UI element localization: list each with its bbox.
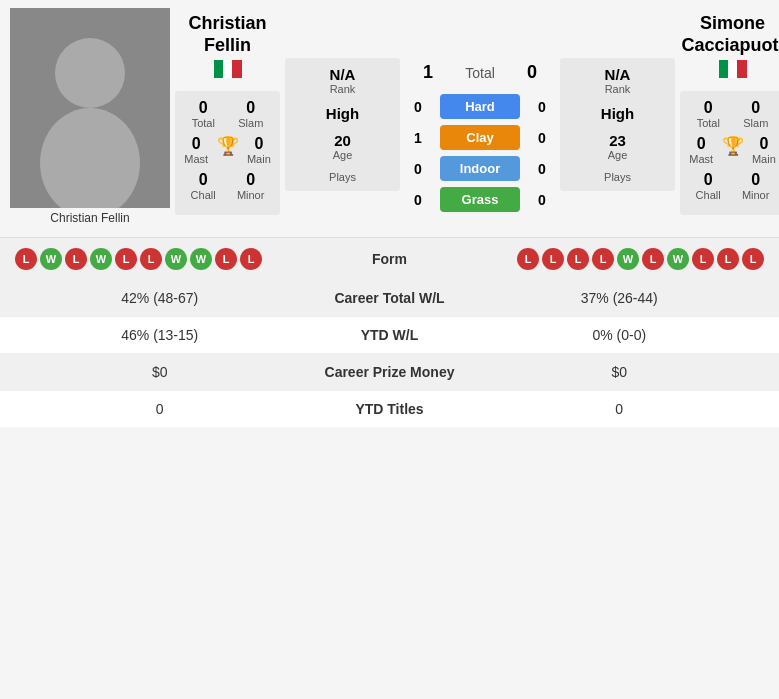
right-high-stat: High: [565, 105, 670, 122]
form-badge: L: [692, 248, 714, 270]
form-badge: L: [742, 248, 764, 270]
grass-score-left: 0: [404, 192, 432, 208]
ytd-wl-row: 46% (13-15) YTD W/L 0% (0-0): [0, 316, 779, 353]
form-badge: L: [65, 248, 87, 270]
indoor-score-right: 0: [528, 161, 556, 177]
form-badge: W: [667, 248, 689, 270]
left-chall: 0 Chall: [191, 171, 216, 201]
right-player-name-header: SimoneCacciapuoti: [680, 13, 779, 56]
career-wl-label: Career Total W/L: [305, 290, 475, 306]
form-badge: L: [517, 248, 539, 270]
right-stat-row-1: 0 Total 0 Slam: [685, 99, 779, 129]
form-badge: L: [642, 248, 664, 270]
grass-score-right: 0: [528, 192, 556, 208]
match-center: 1 Total 0 0 Hard 0 1 Clay 0 0 Indoor: [404, 8, 556, 215]
form-badge: W: [40, 248, 62, 270]
ytd-wl-label: YTD W/L: [305, 327, 475, 343]
right-plays-stat: Plays: [565, 171, 670, 183]
right-stats-box: 0 Total 0 Slam 0 Mast: [680, 91, 779, 215]
form-badge: W: [90, 248, 112, 270]
clay-score-left: 1: [404, 130, 432, 146]
hard-score-right: 0: [528, 99, 556, 115]
surface-row-hard: 0 Hard 0: [404, 94, 556, 119]
total-score-right: 0: [518, 62, 546, 83]
ytd-wl-right: 0% (0-0): [475, 327, 765, 343]
grass-button[interactable]: Grass: [440, 187, 520, 212]
left-high-stat: High: [290, 105, 395, 122]
right-minor: 0 Minor: [742, 171, 770, 201]
form-badge: L: [15, 248, 37, 270]
right-stat-row-3: 0 Chall 0 Minor: [685, 171, 779, 201]
left-player-name-header: ChristianFellin: [175, 13, 280, 56]
left-player-info: ChristianFellin 0 Total 0 Slam: [170, 8, 285, 220]
hard-button[interactable]: Hard: [440, 94, 520, 119]
form-section: LWLWLLWWLL Form LLLLWLWLLL: [0, 237, 779, 280]
svg-point-1: [55, 38, 125, 108]
indoor-button[interactable]: Indoor: [440, 156, 520, 181]
right-flag: [719, 60, 747, 78]
form-badge: L: [240, 248, 262, 270]
surface-row-grass: 0 Grass 0: [404, 187, 556, 212]
left-mast: 0 Mast: [184, 135, 208, 165]
left-rank-stat: N/A Rank: [290, 66, 395, 95]
career-wl-left: 42% (48-67): [15, 290, 305, 306]
total-row: 1 Total 0: [404, 62, 556, 83]
form-badge: L: [140, 248, 162, 270]
ytd-titles-right: 0: [475, 401, 765, 417]
prize-right: $0: [475, 364, 765, 380]
left-age-stat: 20 Age: [290, 132, 395, 161]
ytd-titles-left: 0: [15, 401, 305, 417]
left-player-card: Christian Fellin ChristianFellin 0 Total: [10, 8, 285, 225]
right-player-info: SimoneCacciapuoti 0 Total 0 Slam: [675, 8, 779, 220]
left-stat-row-2: 0 Mast 🏆 0 Main: [180, 135, 275, 165]
left-plays-stat: Plays: [290, 171, 395, 183]
form-badge: L: [567, 248, 589, 270]
left-flag-container: [175, 60, 280, 78]
left-total: 0 Total: [192, 99, 215, 129]
right-slam: 0 Slam: [743, 99, 768, 129]
right-form-badges: LLLLWLWLLL: [517, 248, 764, 270]
total-label: Total: [450, 65, 510, 81]
prize-left: $0: [15, 364, 305, 380]
left-slam: 0 Slam: [238, 99, 263, 129]
left-player-name-below: Christian Fellin: [50, 211, 129, 225]
left-player-photo: [10, 8, 170, 208]
career-wl-row: 42% (48-67) Career Total W/L 37% (26-44): [0, 280, 779, 316]
form-badge: L: [542, 248, 564, 270]
center-area: N/A Rank High 20 Age Plays 1: [285, 8, 675, 215]
left-photo-wrapper: Christian Fellin: [10, 8, 170, 225]
form-badge: L: [115, 248, 137, 270]
right-player-card: SimoneCacciapuoti 0 Total 0 Slam: [675, 8, 779, 225]
right-main: 0 Main: [752, 135, 776, 165]
form-badge: W: [165, 248, 187, 270]
prize-row: $0 Career Prize Money $0: [0, 353, 779, 390]
ytd-titles-row: 0 YTD Titles 0: [0, 390, 779, 427]
form-badge: L: [215, 248, 237, 270]
right-detail-stats: N/A Rank High 23 Age Plays: [560, 58, 675, 191]
stats-rows: 42% (48-67) Career Total W/L 37% (26-44)…: [0, 280, 779, 427]
right-trophy-icon: 🏆: [722, 135, 744, 165]
right-chall: 0 Chall: [696, 171, 721, 201]
right-stat-row-2: 0 Mast 🏆 0 Main: [685, 135, 779, 165]
ytd-wl-left: 46% (13-15): [15, 327, 305, 343]
left-stat-row-1: 0 Total 0 Slam: [180, 99, 275, 129]
surface-row-indoor: 0 Indoor 0: [404, 156, 556, 181]
right-age-stat: 23 Age: [565, 132, 670, 161]
hard-score-left: 0: [404, 99, 432, 115]
prize-label: Career Prize Money: [305, 364, 475, 380]
indoor-score-left: 0: [404, 161, 432, 177]
left-main: 0 Main: [247, 135, 271, 165]
left-detail-stats: N/A Rank High 20 Age Plays: [285, 58, 400, 191]
clay-button[interactable]: Clay: [440, 125, 520, 150]
left-trophy-icon: 🏆: [217, 135, 239, 165]
total-score-left: 1: [414, 62, 442, 83]
ytd-titles-label: YTD Titles: [305, 401, 475, 417]
right-mast: 0 Mast: [689, 135, 713, 165]
right-total: 0 Total: [697, 99, 720, 129]
left-form-badges: LWLWLLWWLL: [15, 248, 262, 270]
left-stats-box: 0 Total 0 Slam 0 Mast: [175, 91, 280, 215]
players-row: Christian Fellin ChristianFellin 0 Total: [0, 0, 779, 233]
form-badge: W: [617, 248, 639, 270]
right-rank-stat: N/A Rank: [565, 66, 670, 95]
left-flag: [214, 60, 242, 78]
